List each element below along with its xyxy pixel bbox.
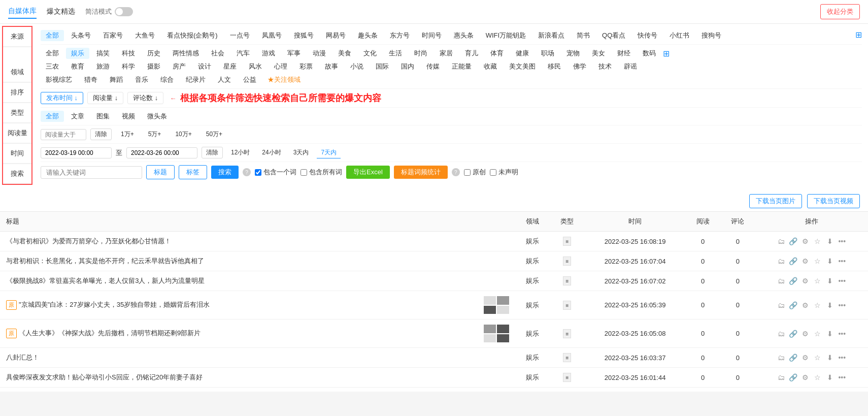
download-icon[interactable]: ⬇ [825,329,834,338]
domain-tag-qiche[interactable]: 汽车 [231,48,255,59]
star-icon[interactable]: ☆ [813,329,822,338]
read-input[interactable] [41,129,86,140]
domain-tag-yingshi[interactable]: 影视综艺 [41,74,77,85]
star-icon[interactable]: ☆ [813,276,822,285]
domain-tag-jishu[interactable]: 技术 [593,61,617,72]
follow-domain-btn[interactable]: ★关注领域 [268,75,301,84]
save-icon[interactable]: 🗂 [777,301,786,310]
domain-tag-meishi[interactable]: 美食 [333,48,356,59]
read-option-5wan[interactable]: 5万+ [143,129,166,140]
search-button[interactable]: 搜索 [211,166,239,179]
original-checkbox-label[interactable]: 原创 [464,168,486,177]
nav-viral-selection[interactable]: 爆文精选 [47,5,75,18]
more-icon[interactable]: ••• [838,329,847,338]
undeclared-checkbox-label[interactable]: 未声明 [490,168,518,177]
domain-tag-piyao[interactable]: 辟谣 [619,61,642,72]
download-icon[interactable]: ⬇ [825,276,834,285]
type-tag-gallery[interactable]: 图集 [91,111,115,122]
source-tag-yidian[interactable]: 一点号 [225,30,255,41]
read-option-10wan[interactable]: 10万+ [170,129,196,140]
link-icon[interactable]: 🔗 [789,353,798,362]
more-icon[interactable]: ••• [838,276,847,285]
sort-by-time-btn[interactable]: 发布时间 ↓ [41,92,83,104]
domain-tag-shoucang[interactable]: 收藏 [479,61,502,72]
domain-tag-zhengneng[interactable]: 正能量 [447,61,477,72]
domain-tag-renwen[interactable]: 人文 [213,74,236,85]
article-title[interactable]: "京城四美"白冰：27岁嫁小丈夫，35岁独自带娃，婚姻背后有泪水 [19,301,210,308]
domain-tag-lishi[interactable]: 历史 [142,48,165,59]
domain-tag-youxi[interactable]: 游戏 [257,48,280,59]
download-page-images-btn[interactable]: 下载当页图片 [749,194,802,208]
article-title[interactable]: 具俊晔深夜发文求助！贴心举动引小S回应，仍铭记20年前妻子喜好 [6,373,203,381]
link-icon[interactable]: 🔗 [789,257,798,266]
domain-tag-yinyue[interactable]: 音乐 [130,74,153,85]
domain-tag-meinv[interactable]: 美女 [587,48,610,59]
tag-search-btn[interactable]: 标签 [179,165,207,179]
settings-icon[interactable]: ⚙ [801,353,810,362]
domain-tag-jiankang[interactable]: 健康 [511,48,534,59]
domain-tag-chongwu[interactable]: 宠物 [561,48,585,59]
source-tag-xinlang[interactable]: 新浪看点 [533,30,570,41]
settings-icon[interactable]: ⚙ [801,329,810,338]
domain-tag-meiwen[interactable]: 美文美图 [504,61,541,72]
domain-tag-lvyou[interactable]: 旅游 [91,61,115,72]
settings-icon[interactable]: ⚙ [801,257,810,266]
more-icon[interactable]: ••• [838,237,847,246]
source-tag-all[interactable]: 全部 [41,30,64,41]
domain-expand-icon[interactable]: ⊞ [663,49,670,58]
domain-tag-shehui[interactable]: 社会 [206,48,229,59]
domain-tag-wudao[interactable]: 舞蹈 [105,74,128,85]
search-input[interactable] [41,166,142,179]
save-icon[interactable]: 🗂 [777,257,786,266]
download-icon[interactable]: ⬇ [825,373,834,382]
more-icon[interactable]: ••• [838,257,847,266]
link-icon[interactable]: 🔗 [789,329,798,338]
domain-tag-gushi[interactable]: 故事 [320,61,343,72]
domain-tag-fengshui[interactable]: 风水 [244,61,267,72]
source-tag-dayu[interactable]: 大鱼号 [130,30,160,41]
save-icon[interactable]: 🗂 [777,353,786,362]
link-icon[interactable]: 🔗 [789,301,798,310]
type-tag-micro[interactable]: 微头条 [142,111,172,122]
source-tag-shijian[interactable]: 时间号 [417,30,447,41]
download-icon[interactable]: ⬇ [825,353,834,362]
source-tag-xiaohongshu[interactable]: 小红书 [664,30,694,41]
source-expand-icon[interactable]: ⊞ [855,30,862,40]
domain-tag-guonei[interactable]: 国内 [396,61,419,72]
source-tag-dongfang[interactable]: 东方号 [385,30,415,41]
domain-tag-caipiao[interactable]: 彩票 [294,61,318,72]
domain-tag-yimin[interactable]: 移民 [543,61,566,72]
sort-by-comments-btn[interactable]: 评论数 ↓ [127,92,163,104]
include-one-checkbox-label[interactable]: 包含一个词 [255,168,296,177]
source-tag-jianshu[interactable]: 简书 [572,30,595,41]
settings-icon[interactable]: ⚙ [801,237,810,246]
domain-tag-sannong[interactable]: 三农 [41,61,64,72]
domain-tag-lieqi[interactable]: 猎奇 [79,74,103,85]
time-option-24h[interactable]: 24小时 [258,147,285,158]
domain-tag-shuma[interactable]: 数码 [638,48,661,59]
star-icon[interactable]: ☆ [813,301,822,310]
article-title[interactable]: 与君初相识：长意黑化，其实是他不开窍，纪云禾早就告诉他真相了 [6,257,204,265]
save-icon[interactable]: 🗂 [777,329,786,338]
include-all-checkbox[interactable] [301,169,307,176]
source-tag-baijia[interactable]: 百家号 [98,30,128,41]
stats-help-icon[interactable]: ? [452,168,460,176]
domain-tag-chuanmei[interactable]: 传媒 [421,61,445,72]
article-title[interactable]: 《人生大事》《神探大战》先后撤档，清明节档期还剩9部新片 [19,329,201,337]
domain-tag-fangchan[interactable]: 房产 [168,61,191,72]
domain-tag-guoji[interactable]: 国际 [371,61,394,72]
domain-tag-zonghe[interactable]: 综合 [155,74,179,85]
download-icon[interactable]: ⬇ [825,257,834,266]
domain-tag-caijing[interactable]: 财经 [612,48,636,59]
domain-tag-dongman[interactable]: 动漫 [308,48,331,59]
domain-tag-foxue[interactable]: 佛学 [568,61,591,72]
source-tag-toutiao[interactable]: 头条号 [66,30,96,41]
source-tag-qutoutiao[interactable]: 趣头条 [353,30,383,41]
title-search-btn[interactable]: 标题 [146,165,175,179]
domain-tag-xinli[interactable]: 心理 [269,61,292,72]
domain-tag-sheji[interactable]: 设计 [193,61,216,72]
collapse-category-button[interactable]: 收起分类 [820,4,860,19]
settings-icon[interactable]: ⚙ [801,373,810,382]
article-title[interactable]: 《与君初相识》为爱而万箭穿心，乃至妖化都心甘情愿！ [6,237,171,245]
save-icon[interactable]: 🗂 [777,237,786,246]
